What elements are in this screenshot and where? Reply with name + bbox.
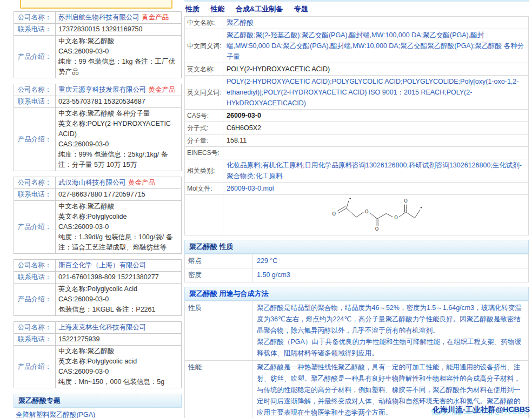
svg-text:O: O bbox=[332, 211, 336, 217]
page: 公司名称： 苏州启航生物科技有限公司黄金产品 联系电话： 17372830015… bbox=[0, 0, 532, 418]
company-label: 公司名称： bbox=[14, 260, 56, 272]
field-label: 英文名称: bbox=[185, 63, 223, 76]
cn-name-link[interactable]: 聚乙醇酸 bbox=[227, 19, 254, 26]
field-label: 中文同义词: bbox=[185, 29, 223, 63]
company-label: 公司名称： bbox=[14, 177, 56, 189]
supplier-card: 公司名称： 武汉海山科技有限公司黄金产品 联系电话： 027-86637880 … bbox=[14, 177, 182, 254]
cn-synonyms-links[interactable]: 聚乙醇酸;聚(2-羟基乙酸);聚乙交酯(PGA),酯封端,MW:100,000 … bbox=[227, 31, 524, 60]
tab-bar: 性质 性能 合成&工业制备 专题 bbox=[184, 2, 529, 16]
gold-product-badge: 黄金产品 bbox=[126, 179, 155, 186]
detail-column: 性质 性能 合成&工业制备 专题 中文名称: 聚乙醇酸 中文同义词: 聚乙醇酸;… bbox=[184, 0, 529, 418]
cas-number-value: 26009-03-0 bbox=[223, 110, 529, 122]
intro-value: 英文名称:Polyglycolic Acid CAS:26009-03-0 包装… bbox=[56, 284, 182, 316]
en-name-value: POLY(2-HYDROXYACETIC ACID) bbox=[223, 63, 529, 76]
intro-value: 中文名称:聚乙醇酸 英文名称:Polyglycolic acid CAS:260… bbox=[56, 346, 182, 388]
company-label: 公司名称： bbox=[14, 84, 56, 96]
usage-section-header: 聚乙醇酸 用途与合成方法 bbox=[184, 287, 529, 301]
field-label: Mol文件: bbox=[185, 183, 223, 195]
usage-table: 性质 聚乙醇酸是结晶型的聚合物，结晶度为46～52%，密度为1.5～1.64g/… bbox=[184, 301, 529, 418]
topic-link[interactable]: 全降解塑料聚乙醇酸(PGA) bbox=[16, 411, 95, 418]
physical-properties-table: 熔点 229 °C 密度 1.50 g/cm3 bbox=[184, 254, 529, 282]
supplier-card: 公司名称： 斯百全化学（上海）有限公司 联系电话： 021-67601398-8… bbox=[14, 259, 182, 316]
property-label: 密度 bbox=[185, 268, 252, 282]
property-label: 熔点 bbox=[185, 254, 252, 268]
related-category-links[interactable]: 化妆品原料;有机化工原料;日用化学品原料咨询13026126800;科研试剂咨询… bbox=[227, 161, 522, 180]
intro-label: 产品介绍： bbox=[14, 108, 56, 171]
site-watermark: 化海川流-工业社群@HCBBS bbox=[433, 405, 530, 415]
company-link[interactable]: 苏州启航生物科技有限公司 bbox=[58, 14, 139, 21]
field-label: 中文名称: bbox=[185, 17, 223, 29]
gold-product-badge: 黄金产品 bbox=[147, 86, 176, 93]
intro-label: 产品介绍： bbox=[14, 201, 56, 254]
phone-value: 15221275939 bbox=[56, 334, 182, 346]
usage-row-label: 性能 bbox=[185, 361, 252, 418]
einecs-value bbox=[223, 147, 529, 159]
company-label: 公司名称： bbox=[14, 12, 56, 24]
svg-text:O: O bbox=[404, 198, 408, 204]
company-label: 公司名称： bbox=[14, 322, 56, 334]
formula-value: C6H6O5X2 bbox=[223, 122, 529, 134]
field-label: 相关类别: bbox=[185, 159, 223, 183]
phone-value: 023-55703781 15320534687 bbox=[56, 96, 182, 108]
intro-label: 产品介绍： bbox=[14, 346, 56, 388]
phone-label: 联系电话： bbox=[14, 272, 56, 284]
svg-text:O: O bbox=[375, 226, 379, 231]
svg-text:O: O bbox=[365, 209, 369, 214]
tab-synthesis[interactable]: 合成&工业制备 bbox=[236, 5, 283, 13]
en-synonyms-links[interactable]: POLY(2-HYDROXYACETIC ACID);POLYGLYCOLIC … bbox=[227, 78, 518, 107]
mol-weight-value: 158.11 bbox=[223, 134, 529, 147]
phone-label: 联系电话： bbox=[14, 334, 56, 346]
usage-row-label: 性质 bbox=[185, 301, 252, 361]
melting-point-value[interactable]: 229 °C bbox=[257, 257, 277, 265]
intro-label: 产品介绍： bbox=[14, 36, 56, 78]
field-label: EINECS号: bbox=[185, 147, 223, 159]
molecular-structure-drawing: O O O O O bbox=[308, 195, 443, 231]
supplier-card: 公司名称： 重庆元源享科技发展有限公司黄金产品 联系电话： 023-557037… bbox=[14, 84, 182, 171]
svg-text:O: O bbox=[394, 215, 398, 220]
tab-performance[interactable]: 性能 bbox=[210, 5, 224, 13]
field-label: 分子量: bbox=[185, 134, 223, 147]
supplier-column: 公司名称： 苏州启航生物科技有限公司黄金产品 联系电话： 17372830015… bbox=[14, 0, 182, 418]
tab-topic[interactable]: 专题 bbox=[294, 5, 308, 13]
company-link[interactable]: 重庆元源享科技发展有限公司 bbox=[58, 86, 147, 93]
company-link[interactable]: 斯百全化学（上海）有限公司 bbox=[58, 261, 147, 269]
company-link[interactable]: 上海麦克林生化科技有限公司 bbox=[58, 323, 147, 331]
gold-product-badge: 黄金产品 bbox=[139, 14, 169, 21]
structure-image: O O O O O bbox=[223, 195, 529, 235]
phone-label: 联系电话： bbox=[14, 24, 56, 36]
topic-section-header: 聚乙醇酸专题 bbox=[14, 394, 182, 408]
mol-file-link[interactable]: 26009-03-0.mol bbox=[227, 185, 274, 192]
intro-label: 产品介绍： bbox=[14, 284, 56, 316]
intro-value: 中文名称:聚乙醇酸 CAS:26009-03-0 纯度：99 包装信息：1kg … bbox=[56, 36, 182, 78]
intro-value: 中文名称:聚乙醇酸 英文名称:Polyglycolide CAS:26009-0… bbox=[56, 201, 182, 254]
phone-value: 17372830015 13291169750 bbox=[56, 24, 182, 36]
phone-label: 联系电话： bbox=[14, 189, 56, 201]
usage-row-text: 聚乙醇酸是结晶型的聚合物，结晶度为46～52%，密度为1.5～1.64g/cm3… bbox=[252, 301, 529, 361]
chemical-info-table: 中文名称: 聚乙醇酸 中文同义词: 聚乙醇酸;聚(2-羟基乙酸);聚乙交酯(PG… bbox=[184, 16, 529, 235]
supplier-card: 公司名称： 苏州启航生物科技有限公司黄金产品 联系电话： 17372830015… bbox=[14, 11, 182, 78]
density-value[interactable]: 1.50 g/cm3 bbox=[257, 271, 290, 279]
properties-section-header: 聚乙醇酸 性质 bbox=[184, 240, 529, 254]
field-label: 分子式: bbox=[185, 122, 223, 134]
field-label: 英文同义词: bbox=[185, 76, 223, 110]
intro-value: 中文名称:聚乙醇酸 各种分子量 英文名称:POLY(2-HYDROXYACETI… bbox=[56, 108, 182, 171]
tab-properties[interactable]: 性质 bbox=[185, 5, 200, 13]
company-link[interactable]: 武汉海山科技有限公司 bbox=[58, 179, 126, 186]
field-label: CAS号: bbox=[185, 110, 223, 122]
phone-label: 联系电话： bbox=[14, 96, 56, 108]
structure-row-label bbox=[185, 195, 223, 235]
supplier-card: 公司名称： 上海麦克林生化科技有限公司 联系电话： 15221275939 产品… bbox=[14, 321, 182, 388]
ad-banner[interactable] bbox=[20, 0, 172, 9]
phone-value: 027-86637880 17720597715 bbox=[56, 189, 182, 201]
phone-value: 021-67601398-809 15221380277 bbox=[56, 272, 182, 284]
